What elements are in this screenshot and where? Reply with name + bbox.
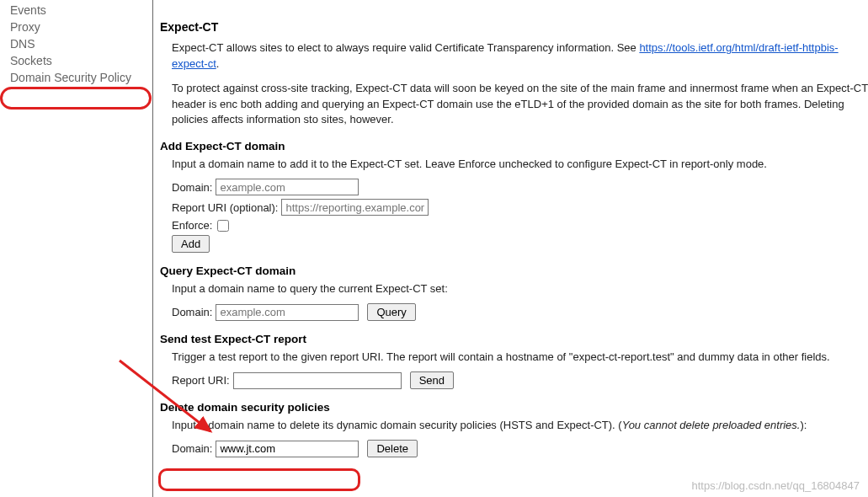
add-domain-label: Domain: (172, 181, 212, 194)
sidebar-item-dns[interactable]: DNS (0, 35, 152, 52)
add-report-uri-label: Report URI (optional): (172, 201, 278, 214)
add-report-uri-input[interactable] (281, 199, 429, 216)
intro-text: Expect-CT allows sites to elect to alway… (172, 41, 639, 54)
intro-text-after: . (216, 57, 220, 70)
sidebar: Events Proxy DNS Sockets Domain Security… (0, 0, 153, 497)
enforce-checkbox[interactable] (217, 220, 229, 232)
sidebar-item-proxy[interactable]: Proxy (0, 19, 152, 35)
expect-ct-title: Expect-CT (160, 20, 868, 34)
delete-help-italic: You cannot delete preloaded entries. (622, 419, 801, 431)
send-help-text: Trigger a test report to the given repor… (172, 350, 868, 363)
expect-ct-intro: Expect-CT allows sites to elect to alway… (172, 40, 868, 72)
delete-help-text: Input a domain name to delete its dynami… (172, 419, 868, 431)
sidebar-item-label: DNS (10, 37, 35, 51)
delete-domain-label: Domain: (172, 442, 212, 455)
add-button[interactable]: Add (172, 235, 210, 253)
sidebar-item-label: Events (10, 3, 46, 17)
content-area: Expect-CT Expect-CT allows sites to elec… (153, 0, 868, 497)
delete-domain-input[interactable] (216, 441, 359, 457)
query-expect-ct-title: Query Expect-CT domain (160, 265, 868, 277)
sidebar-item-domain-security-policy[interactable]: Domain Security Policy (0, 69, 152, 86)
add-help-text: Input a domain name to add it to the Exp… (172, 158, 868, 170)
sidebar-item-label: Proxy (10, 20, 40, 34)
send-report-uri-input[interactable] (233, 372, 402, 389)
delete-help-before: Input a domain name to delete its dynami… (172, 419, 622, 431)
enforce-label: Enforce: (172, 219, 212, 232)
sidebar-item-label: Sockets (10, 54, 52, 67)
query-domain-input[interactable] (216, 304, 359, 321)
delete-help-after: ): (800, 419, 807, 431)
add-domain-input[interactable] (216, 179, 359, 195)
send-report-uri-label: Report URI: (172, 374, 230, 387)
sidebar-item-sockets[interactable]: Sockets (0, 52, 152, 69)
delete-button[interactable]: Delete (367, 440, 418, 457)
query-button[interactable]: Query (367, 303, 415, 321)
query-help-text: Input a domain name to query the current… (172, 282, 868, 295)
sidebar-item-events[interactable]: Events (0, 2, 152, 19)
sidebar-item-label: Domain Security Policy (10, 71, 131, 84)
delete-policies-title: Delete domain security policies (160, 401, 868, 414)
send-button[interactable]: Send (410, 371, 454, 389)
expect-ct-protect-text: To protect against cross-site tracking, … (172, 81, 868, 129)
query-domain-label: Domain: (172, 306, 212, 318)
add-expect-ct-title: Add Expect-CT domain (160, 140, 868, 152)
send-test-title: Send test Expect-CT report (160, 333, 868, 345)
